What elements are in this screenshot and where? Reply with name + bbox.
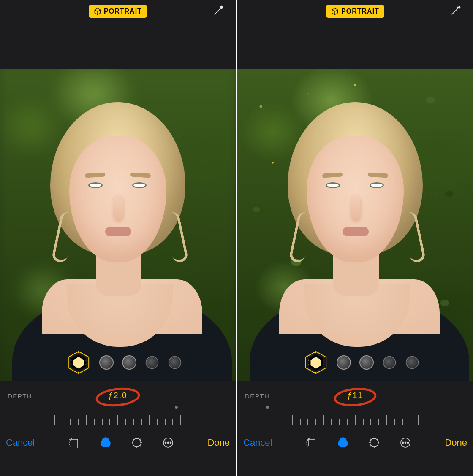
crop-tool[interactable] xyxy=(67,435,82,450)
lighting-option-3[interactable] xyxy=(122,355,136,370)
svg-point-32 xyxy=(340,438,346,444)
phone-left: PORTRAIT xyxy=(0,0,236,476)
adjust-tool[interactable] xyxy=(367,435,381,450)
lighting-natural-selected[interactable] xyxy=(66,350,91,375)
cancel-button[interactable]: Cancel xyxy=(243,437,272,448)
lighting-style-picker[interactable] xyxy=(66,350,169,375)
svg-rect-10 xyxy=(71,439,78,446)
photo-subject xyxy=(250,85,461,381)
f-stop-value: ƒ11 xyxy=(347,391,363,400)
svg-point-22 xyxy=(308,360,309,361)
wand-icon xyxy=(449,4,462,17)
lighting-style-picker[interactable] xyxy=(304,350,407,375)
svg-point-23 xyxy=(323,360,324,361)
lighting-option-4[interactable] xyxy=(383,356,396,369)
filters-tool[interactable] xyxy=(98,435,113,450)
svg-point-16 xyxy=(165,442,166,443)
photo-preview[interactable] xyxy=(237,69,473,381)
auto-enhance-button[interactable] xyxy=(449,4,462,19)
svg-point-5 xyxy=(71,364,72,365)
svg-point-37 xyxy=(407,442,408,443)
done-button[interactable]: Done xyxy=(445,437,467,448)
filters-tool[interactable] xyxy=(336,435,350,450)
lighting-option-2[interactable] xyxy=(337,355,351,370)
svg-point-18 xyxy=(170,442,171,443)
cancel-button[interactable]: Cancel xyxy=(6,437,35,448)
bottom-bar: Cancel Done xyxy=(237,427,473,458)
default-depth-dot xyxy=(175,406,178,409)
svg-point-25 xyxy=(323,364,324,365)
auto-enhance-button[interactable] xyxy=(212,4,225,19)
lighting-option-5[interactable] xyxy=(169,356,182,369)
lighting-option-5[interactable] xyxy=(406,356,419,369)
svg-point-13 xyxy=(102,438,109,444)
svg-point-36 xyxy=(405,442,406,443)
wand-icon xyxy=(212,4,225,17)
phone-right: PORTRAIT xyxy=(237,0,473,476)
crop-tool[interactable] xyxy=(304,435,319,450)
bottom-bar: Cancel Done xyxy=(0,427,236,458)
done-button[interactable]: Done xyxy=(207,437,230,448)
comparison-container: PORTRAIT xyxy=(0,0,473,476)
portrait-mode-button[interactable]: PORTRAIT xyxy=(326,5,384,18)
svg-point-17 xyxy=(167,442,169,443)
f-stop-value: ƒ2.0 xyxy=(109,391,128,400)
depth-label: DEPTH xyxy=(8,392,32,400)
more-tool[interactable] xyxy=(398,435,413,450)
cube-icon xyxy=(94,8,101,15)
depth-slider[interactable] xyxy=(292,409,419,425)
top-bar: PORTRAIT xyxy=(0,0,236,23)
svg-rect-29 xyxy=(308,439,315,446)
adjust-tool[interactable] xyxy=(130,435,144,450)
svg-point-35 xyxy=(402,442,403,443)
svg-point-26 xyxy=(315,352,317,353)
photo-preview[interactable] xyxy=(0,69,236,381)
more-tool[interactable] xyxy=(161,435,175,450)
spacer xyxy=(0,23,236,69)
cube-icon xyxy=(331,8,339,15)
lighting-natural-selected[interactable] xyxy=(304,350,328,375)
lighting-option-4[interactable] xyxy=(146,356,159,369)
depth-label: DEPTH xyxy=(245,392,269,400)
tool-row xyxy=(67,435,175,450)
svg-point-7 xyxy=(78,352,79,353)
tool-row xyxy=(304,435,413,450)
svg-point-6 xyxy=(85,364,87,365)
portrait-mode-button[interactable]: PORTRAIT xyxy=(89,5,147,18)
mode-label: PORTRAIT xyxy=(104,8,142,15)
spacer xyxy=(237,23,473,69)
photo-subject xyxy=(12,85,223,381)
lighting-option-2[interactable] xyxy=(99,355,114,370)
svg-point-8 xyxy=(78,372,79,373)
top-bar: PORTRAIT xyxy=(237,0,473,23)
depth-slider[interactable] xyxy=(54,409,181,425)
depth-control: DEPTH ƒ2.0 xyxy=(0,381,236,427)
svg-point-3 xyxy=(71,360,72,361)
depth-control: DEPTH ƒ11 xyxy=(237,381,473,427)
mode-label: PORTRAIT xyxy=(341,8,379,15)
lighting-option-3[interactable] xyxy=(359,355,374,370)
default-depth-dot xyxy=(266,406,269,409)
svg-point-27 xyxy=(315,372,317,373)
svg-point-24 xyxy=(308,364,309,365)
svg-point-4 xyxy=(85,360,87,361)
